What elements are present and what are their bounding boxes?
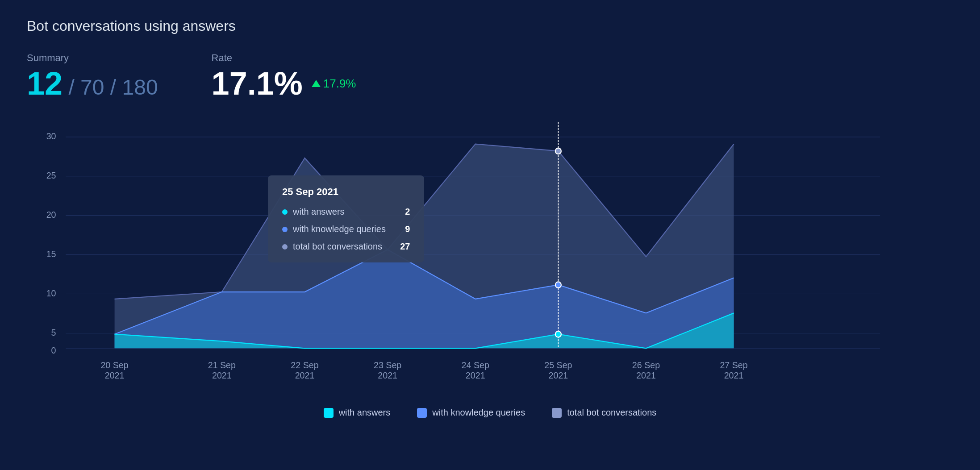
svg-text:10: 10 bbox=[46, 288, 56, 298]
tooltip-label-total: total bot conversations bbox=[282, 241, 382, 252]
chart-legend: with answers with knowledge queries tota… bbox=[27, 408, 953, 418]
svg-text:25: 25 bbox=[46, 171, 56, 180]
legend-item-knowledge: with knowledge queries bbox=[417, 408, 525, 418]
svg-text:2021: 2021 bbox=[212, 370, 232, 380]
rate-label: Rate bbox=[212, 52, 356, 64]
dot-total bbox=[555, 148, 561, 154]
legend-item-total: total bot conversations bbox=[552, 408, 656, 418]
legend-label-total: total bot conversations bbox=[567, 408, 656, 418]
legend-box-total bbox=[552, 408, 562, 418]
svg-text:15: 15 bbox=[46, 249, 56, 259]
tooltip-date: 25 Sep 2021 bbox=[282, 186, 410, 198]
legend-item-answers: with answers bbox=[324, 408, 391, 418]
tooltip-row-knowledge: with knowledge queries 9 bbox=[282, 224, 410, 234]
chart-svg: 30 25 20 15 10 5 0 bbox=[27, 122, 953, 399]
svg-text:2021: 2021 bbox=[105, 370, 125, 380]
svg-text:2021: 2021 bbox=[295, 370, 315, 380]
svg-text:30: 30 bbox=[46, 131, 56, 141]
legend-box-answers bbox=[324, 408, 334, 418]
tooltip-val-total: 27 bbox=[400, 241, 410, 252]
summary-value-last: 180 bbox=[122, 75, 158, 99]
summary-label: Summary bbox=[27, 52, 158, 64]
legend-box-knowledge bbox=[417, 408, 427, 418]
tooltip-text-answers: with answers bbox=[293, 207, 345, 217]
svg-text:2021: 2021 bbox=[724, 370, 744, 380]
summary-value: 12 / 70 / 180 bbox=[27, 67, 158, 100]
legend-label-knowledge: with knowledge queries bbox=[432, 408, 525, 418]
rate-change-value: 17.9% bbox=[323, 77, 356, 91]
svg-text:0: 0 bbox=[51, 345, 56, 355]
svg-text:23 Sep: 23 Sep bbox=[374, 360, 401, 370]
svg-text:20 Sep: 20 Sep bbox=[100, 360, 128, 370]
legend-label-answers: with answers bbox=[339, 408, 391, 418]
rate-value: 17.1% bbox=[212, 67, 303, 100]
svg-text:2021: 2021 bbox=[378, 370, 397, 380]
chart-title: Bot conversations using answers bbox=[27, 18, 953, 34]
tooltip-val-answers: 2 bbox=[405, 207, 410, 217]
tooltip-row-total: total bot conversations 27 bbox=[282, 241, 410, 252]
tooltip-val-knowledge: 9 bbox=[405, 224, 410, 234]
tooltip-dot-knowledge bbox=[282, 227, 288, 232]
trend-up-icon bbox=[312, 80, 321, 87]
tooltip-dot-answers bbox=[282, 209, 288, 215]
svg-text:2021: 2021 bbox=[549, 370, 568, 380]
svg-text:24 Sep: 24 Sep bbox=[462, 360, 489, 370]
summary-value-main: 12 bbox=[27, 66, 63, 101]
tooltip-text-knowledge: with knowledge queries bbox=[293, 224, 386, 234]
tooltip-row-answers: with answers 2 bbox=[282, 207, 410, 217]
svg-text:25 Sep: 25 Sep bbox=[544, 360, 572, 370]
tooltip-text-total: total bot conversations bbox=[293, 241, 382, 252]
svg-text:22 Sep: 22 Sep bbox=[291, 360, 318, 370]
dot-answers bbox=[555, 331, 561, 337]
svg-text:2021: 2021 bbox=[636, 370, 656, 380]
summary-value-mid: 70 bbox=[80, 75, 104, 99]
summary-separator-1: / bbox=[63, 75, 80, 99]
svg-text:26 Sep: 26 Sep bbox=[632, 360, 660, 370]
chart-tooltip: 25 Sep 2021 with answers 2 with knowledg… bbox=[268, 175, 424, 262]
dot-knowledge bbox=[555, 282, 561, 288]
svg-text:27 Sep: 27 Sep bbox=[720, 360, 747, 370]
rate-change: 17.9% bbox=[312, 77, 356, 91]
tooltip-label-answers: with answers bbox=[282, 207, 345, 217]
svg-text:2021: 2021 bbox=[466, 370, 485, 380]
chart-container: 30 25 20 15 10 5 0 bbox=[27, 122, 953, 399]
svg-text:5: 5 bbox=[51, 328, 56, 337]
svg-text:21 Sep: 21 Sep bbox=[208, 360, 236, 370]
svg-text:20: 20 bbox=[46, 210, 56, 220]
summary-separator-2: / bbox=[104, 75, 122, 99]
tooltip-label-knowledge: with knowledge queries bbox=[282, 224, 386, 234]
tooltip-dot-total bbox=[282, 244, 288, 250]
